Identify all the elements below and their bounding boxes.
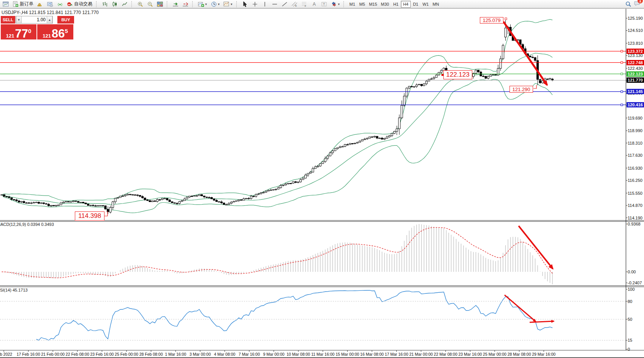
price-tick-label: 118.310 [628,141,642,145]
price-annotation[interactable]: 122.123 [443,70,472,79]
price-tick-label: 114.190 [628,216,642,220]
price-line-badge: 121.145 [627,89,644,94]
bid-pip-digit: 0 [28,28,31,34]
price-tick-label: 122.430 [628,66,643,71]
rsi-level-label: 50 [628,317,632,322]
volume-increase-button[interactable]: ▲ [47,16,52,23]
chart-canvas[interactable] [0,0,644,358]
price-tick-label: 119.690 [628,116,642,120]
ask-big-digits: 86 [52,29,65,38]
trading-app-window: 新订单 自动交易 [0,0,644,358]
current-price-badge: 121.770 [627,77,644,83]
price-tick-label: 124.510 [628,28,643,33]
price-tick-label: 123.130 [628,53,643,58]
rsi-level-label: 15 [628,338,632,342]
volume-decrease-button[interactable]: ▼ [16,16,22,23]
price-annotation[interactable]: 125.079 [480,17,503,24]
macd-axis-label: -0.2407 [628,281,642,285]
price-annotation[interactable]: 114.398 [75,211,104,221]
price-tick-label: 114.870 [628,203,642,208]
rsi-level-label: 0 [628,347,630,352]
one-click-trading-panel: SELL ▼ ▲ BUY 121 77 0 121 86 5 [1,16,74,39]
bid-prefix: 121 [6,33,14,38]
rsi-level-label: 100 [628,287,635,292]
sell-button[interactable]: SELL [1,16,15,24]
ask-price-button[interactable]: 121 86 5 [37,24,73,39]
price-tick-label: 115.550 [628,191,642,196]
macd-axis-label: 0.00 [628,270,636,274]
ask-prefix: 121 [43,33,51,38]
price-tick-label: 116.250 [628,178,642,183]
price-line-badge: 122.748 [627,60,644,65]
macd-axis-label: 0.9368 [628,222,641,226]
price-tick-label: 118.990 [628,128,642,133]
volume-box: ▼ ▲ [16,16,53,24]
price-line-badge: 123.372 [627,49,644,54]
volume-input[interactable] [22,16,47,23]
price-tick-label: 116.930 [628,166,642,170]
price-line-badge: 120.416 [627,102,644,107]
bid-price-button[interactable]: 121 77 0 [1,24,36,39]
rsi-level-label: 80 [628,299,632,304]
macd-label: MACD(12,26,9) 0.0394 0.3493 [0,222,54,227]
price-tick-label: 123.810 [628,41,643,46]
price-tick-label: 117.630 [628,153,642,158]
price-annotation[interactable]: 121.290 [510,86,533,93]
price-tick-label: 125.190 [628,16,643,21]
bid-big-digits: 77 [15,29,28,38]
ask-pip-digit: 5 [65,28,68,34]
buy-button[interactable]: BUY [57,16,74,24]
price-line-badge: 122.123 [627,71,644,77]
rsi-label: RSI(14) 45.1713 [0,288,28,292]
chart-title: USDJPY-,H4 121.815 121.841 121.770 121.7… [2,10,99,15]
